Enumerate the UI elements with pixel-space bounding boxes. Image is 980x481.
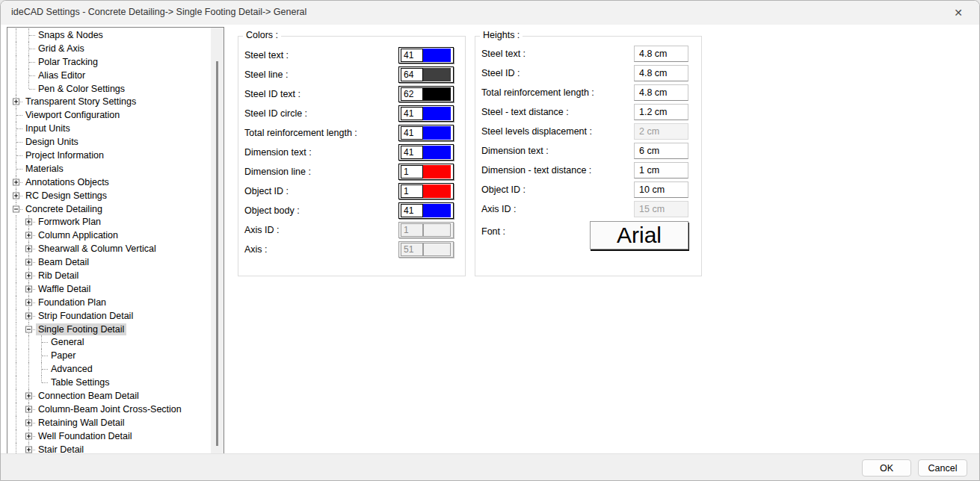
tree-item-label[interactable]: Project Information — [23, 149, 106, 161]
tree-scrollbar-track[interactable] — [211, 28, 224, 454]
color-picker-control[interactable] — [398, 47, 454, 63]
color-swatch[interactable] — [423, 184, 451, 198]
tree-item-label[interactable]: Pen & Color Settings — [36, 83, 127, 95]
tree-guide — [10, 82, 22, 96]
tree-scrollbar-thumb[interactable] — [216, 61, 218, 446]
tree-item-label[interactable]: RC Design Settings — [23, 190, 109, 202]
expand-plus-icon[interactable] — [25, 285, 32, 292]
color-picker-control[interactable] — [398, 183, 454, 199]
height-value-input[interactable] — [634, 46, 688, 62]
height-value-input[interactable] — [634, 84, 688, 101]
expand-plus-icon[interactable] — [25, 446, 32, 453]
tree-item-label[interactable]: Foundation Plan — [36, 297, 108, 308]
color-setting-row: Dimension line : — [238, 162, 465, 181]
collapse-minus-icon[interactable] — [13, 205, 19, 212]
color-swatch[interactable] — [423, 204, 451, 217]
tree-connector — [22, 82, 35, 96]
color-swatch[interactable] — [423, 126, 451, 140]
tree-connector — [22, 215, 35, 229]
color-swatch[interactable] — [423, 107, 451, 120]
tree-item-label[interactable]: Well Foundation Detail — [36, 430, 135, 442]
color-number-input[interactable] — [401, 107, 423, 120]
height-value-input[interactable] — [634, 162, 688, 179]
color-picker-control[interactable] — [398, 125, 454, 141]
color-swatch[interactable] — [423, 87, 451, 101]
color-picker-control[interactable] — [398, 164, 454, 180]
tree-item-label[interactable]: Materials — [23, 163, 66, 175]
tree-item-label[interactable]: Strip Foundation Detail — [36, 310, 135, 322]
tree-item-label[interactable]: Alias Editor — [36, 69, 87, 81]
tree-item-label[interactable]: Table Settings — [49, 376, 112, 388]
color-picker-control[interactable] — [398, 66, 454, 83]
color-swatch[interactable] — [423, 49, 451, 62]
color-number-input[interactable] — [401, 184, 423, 198]
tree-item-label[interactable]: Shearwall & Column Vertical — [36, 243, 158, 255]
tree-guide-line — [16, 255, 16, 269]
expand-plus-icon[interactable] — [25, 406, 32, 412]
color-picker-control[interactable] — [398, 202, 454, 219]
expand-plus-icon[interactable] — [13, 179, 19, 185]
tree-item-label[interactable]: Waffle Detail — [36, 283, 93, 295]
color-number-input[interactable] — [401, 49, 423, 62]
close-icon[interactable]: ✕ — [945, 2, 972, 23]
color-number-input[interactable] — [401, 204, 423, 217]
color-swatch[interactable] — [423, 165, 451, 179]
tree-item-label[interactable]: Retaining Wall Detail — [36, 417, 127, 429]
tree-item-label[interactable]: Design Units — [23, 136, 81, 148]
tree-guide-line — [28, 376, 29, 389]
expand-plus-icon[interactable] — [25, 272, 32, 279]
tree-item-label[interactable]: Column Application — [36, 229, 120, 241]
tree-item-label[interactable]: Advanced — [49, 363, 95, 375]
color-picker-control[interactable] — [398, 105, 454, 122]
height-value-input[interactable] — [634, 65, 688, 81]
color-number-input[interactable] — [401, 126, 423, 140]
expand-plus-icon[interactable] — [25, 419, 32, 426]
tree-item-label[interactable]: Viewport Configuration — [23, 109, 122, 121]
expand-plus-icon[interactable] — [13, 99, 19, 105]
color-number-input[interactable] — [401, 87, 423, 101]
tree-item-label[interactable]: Column-Beam Joint Cross-Section — [36, 403, 184, 415]
tree-item-label[interactable]: Formwork Plan — [36, 216, 103, 228]
expand-plus-icon[interactable] — [25, 312, 32, 319]
color-number-input[interactable] — [401, 165, 423, 179]
tree-item-label[interactable]: Connection Beam Detail — [36, 390, 141, 402]
tree-item-label[interactable]: Annotations Objects — [23, 176, 111, 188]
ok-button[interactable]: OK — [862, 459, 911, 477]
collapse-minus-icon[interactable] — [25, 326, 32, 332]
color-picker-control[interactable] — [398, 144, 454, 161]
color-swatch[interactable] — [423, 68, 451, 81]
expand-plus-icon[interactable] — [25, 219, 32, 226]
expand-plus-icon[interactable] — [25, 259, 32, 266]
tree-item-label[interactable]: Transparent Story Settings — [23, 96, 138, 108]
tree-item-label[interactable]: Single Footing Detail — [36, 323, 126, 335]
expand-plus-icon[interactable] — [25, 432, 32, 439]
color-number-input[interactable] — [401, 146, 423, 159]
tree-item-label[interactable]: Grid & Axis — [36, 43, 87, 55]
tree-item: Strip Foundation Detail — [7, 309, 211, 323]
expand-plus-icon[interactable] — [25, 246, 32, 252]
expand-plus-icon[interactable] — [13, 192, 19, 199]
tree-item: Column Application — [7, 229, 211, 242]
font-button[interactable]: Arial — [590, 221, 688, 249]
tree-guide-line — [16, 242, 16, 255]
height-value-input[interactable] — [634, 143, 688, 159]
expand-plus-icon[interactable] — [25, 299, 32, 305]
color-picker-control[interactable] — [398, 86, 454, 102]
color-swatch[interactable] — [423, 146, 451, 159]
tree-item-label[interactable]: Snaps & Nodes — [36, 29, 105, 41]
tree-item-label[interactable]: Paper — [49, 350, 78, 361]
tree-guide-line — [41, 376, 42, 382]
tree-item-label[interactable]: Rib Detail — [36, 270, 81, 282]
tree-item-label[interactable]: General — [49, 336, 86, 348]
expand-plus-icon[interactable] — [25, 392, 32, 399]
tree-item-label[interactable]: Polar Tracking — [36, 56, 100, 68]
cancel-button[interactable]: Cancel — [918, 459, 967, 477]
expand-plus-icon[interactable] — [25, 232, 32, 239]
color-number-input[interactable] — [401, 68, 423, 81]
height-value-input[interactable] — [634, 181, 688, 198]
tree-item-label[interactable]: Input Units — [23, 122, 73, 134]
height-value-input[interactable] — [634, 104, 688, 120]
tree-item-label[interactable]: Beam Detail — [36, 256, 91, 268]
tree-item-label[interactable]: Concrete Detailing — [23, 203, 105, 215]
settings-dialog: ideCAD Settings - Concrete Detailing-> S… — [0, 0, 980, 481]
